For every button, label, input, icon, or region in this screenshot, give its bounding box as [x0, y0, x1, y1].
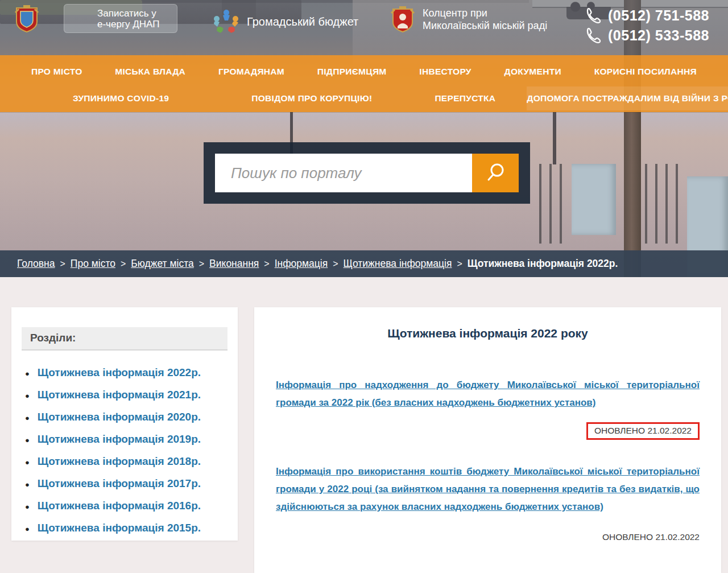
breadcrumb-current: Щотижнева інформація 2022р. [468, 258, 618, 270]
phone-icon [584, 7, 601, 24]
breadcrumb-separator: > [333, 259, 338, 269]
bullet-icon: ● [25, 480, 30, 489]
main-navigation: ПРО МІСТО МІСЬКА ВЛАДА ГРОМАДЯНАМ ПІДПРИ… [0, 55, 728, 112]
phone-number-2[interactable]: (0512) 533-588 [608, 27, 709, 44]
sidebar-title: Розділи: [22, 327, 228, 351]
sidebar-item-2020[interactable]: Щотижнева інформація 2020р. [38, 411, 201, 423]
updated-badge-plain: ОНОВЛЕНО 21.02.2022 [276, 532, 700, 542]
railing-baluster [665, 164, 668, 244]
breadcrumb-vykonannia[interactable]: Виконання [209, 258, 259, 270]
search-icon [484, 162, 507, 184]
list-item: ●Щотижнева інформація 2019р. [25, 433, 228, 446]
breadcrumb: Головна > Про місто > Бюджет міста > Вик… [0, 250, 728, 277]
search-panel [204, 142, 530, 204]
railing-baluster [539, 164, 541, 244]
list-item: ●Щотижнева інформація 2016р. [25, 500, 228, 512]
callcenter-link[interactable]: Колцентр при Миколаївській міській раді [391, 6, 547, 33]
list-item: ●Щотижнева інформація 2021р. [25, 389, 228, 401]
sidebar-item-2019[interactable]: Щотижнева інформація 2019р. [38, 433, 201, 446]
updated-badge-boxed: ОНОВЛЕНО 21.02.2022 [586, 422, 700, 440]
breadcrumb-shchotyzhneva[interactable]: Щотижнева інформація [344, 258, 452, 270]
content-panel: Щотижнева інформація 2022 року Інформаці… [254, 307, 721, 573]
callcenter-label: Колцентр при Миколаївській міській раді [423, 7, 547, 32]
breadcrumb-separator: > [264, 259, 269, 269]
bullet-icon: ● [25, 458, 30, 467]
nav-row-2: ЗУПИНИМО COVID-19 ПОВІДОМ ПРО КОРУПЦІЮ! … [0, 86, 728, 110]
callcenter-emblem-icon [391, 6, 415, 33]
nav-item-pidpryiemtsiam[interactable]: ПІДПРИЄМЦЯМ [317, 67, 387, 77]
bullet-icon: ● [25, 525, 30, 533]
sidebar-item-2022[interactable]: Щотижнева інформація 2022р. [38, 366, 201, 379]
nav-item-zupynymo-covid[interactable]: ЗУПИНИМО COVID-19 [73, 93, 169, 104]
nav-item-dokumenty[interactable]: ДОКУМЕНТИ [504, 67, 561, 77]
breadcrumb-separator: > [457, 259, 462, 269]
breadcrumb-separator: > [121, 259, 126, 269]
breadcrumb-pro-misto[interactable]: Про місто [71, 258, 115, 270]
sidebar-list: ●Щотижнева інформація 2022р. ●Щотижнева … [11, 366, 238, 534]
list-item: ●Щотижнева інформація 2020р. [25, 411, 228, 423]
phone-icon [584, 27, 601, 44]
phone-row: (0512) 751-588 [584, 7, 709, 24]
list-item: ●Щотижнева інформація 2018р. [25, 455, 228, 468]
updated-row: ОНОВЛЕНО 21.02.2022 [276, 422, 700, 440]
search-button[interactable] [472, 154, 519, 192]
list-item: ●Щотижнева інформація 2015р. [25, 522, 228, 534]
breadcrumb-separator: > [60, 259, 65, 269]
public-budget-link[interactable]: Громадський бюджет [213, 8, 358, 35]
phone-number-1[interactable]: (0512) 751-588 [608, 7, 709, 24]
phone-block: (0512) 751-588 (0512) 533-588 [584, 7, 709, 47]
echerha-button-label: Записатись у е-чергу ДНАП [97, 8, 159, 30]
nav-row-1: ПРО МІСТО МІСЬКА ВЛАДА ГРОМАДЯНАМ ПІДПРИ… [0, 60, 728, 84]
nav-item-investoru[interactable]: ІНВЕСТОРУ [419, 67, 471, 77]
nav-item-miska-vlada[interactable]: МІСЬКА ВЛАДА [115, 67, 185, 77]
sidebar-item-2021[interactable]: Щотижнева інформація 2021р. [38, 389, 201, 401]
breadcrumb-informatsiia[interactable]: Інформація [275, 258, 328, 270]
breadcrumb-separator: > [199, 259, 204, 269]
nav-item-povidom-pro-korupciiu[interactable]: ПОВІДОМ ПРО КОРУПЦІЮ! [251, 93, 372, 104]
bullet-icon: ● [25, 502, 30, 511]
railing-pillar [572, 164, 616, 235]
echerha-logo-icon [69, 7, 93, 31]
sidebar-item-2016[interactable]: Щотижнева інформація 2016р. [38, 500, 201, 512]
page: Записатись у е-чергу ДНАП Громадський бю… [0, 0, 728, 573]
nav-item-dopomoha-postrazhdalym[interactable]: ДОПОМОГА ПОСТРАЖДАЛИМ ВІД ВІЙНИ З РФ [527, 86, 728, 110]
breadcrumb-holovna[interactable]: Головна [17, 258, 55, 270]
city-coat-of-arms [14, 5, 39, 33]
bullet-icon: ● [25, 436, 30, 444]
article-link-expenditures[interactable]: Інформація про використання коштів бюдже… [276, 463, 700, 516]
railing-baluster [676, 164, 678, 244]
phone-row: (0512) 533-588 [584, 27, 709, 44]
breadcrumb-biudzhet-mista[interactable]: Бюджет міста [131, 258, 193, 270]
railing-baluster [655, 164, 657, 244]
nav-item-pro-misto[interactable]: ПРО МІСТО [31, 67, 82, 77]
page-title: Щотижнева інформація 2022 року [276, 327, 700, 340]
nav-item-korysni-posylannia[interactable]: КОРИСНІ ПОСИЛАННЯ [594, 67, 697, 77]
nav-item-hromadianam[interactable]: ГРОМАДЯНАМ [218, 67, 284, 77]
list-item: ●Щотижнева інформація 2022р. [25, 366, 228, 379]
lamp-post [553, 112, 556, 164]
echerha-button[interactable]: Записатись у е-чергу ДНАП [64, 4, 177, 33]
sidebar-item-2015[interactable]: Щотижнева інформація 2015р. [38, 522, 201, 534]
public-budget-icon [213, 8, 240, 35]
sections-sidebar: Розділи: ●Щотижнева інформація 2022р. ●Щ… [11, 307, 238, 541]
nav-item-perepustka[interactable]: ПЕРЕПУСТКА [435, 93, 495, 104]
top-header: Записатись у е-чергу ДНАП Громадський бю… [0, 0, 728, 55]
list-item: ●Щотижнева інформація 2017р. [25, 477, 228, 490]
bullet-icon: ● [25, 414, 30, 422]
search-input[interactable] [215, 154, 472, 192]
sidebar-item-2017[interactable]: Щотижнева інформація 2017р. [38, 477, 201, 490]
public-budget-label: Громадський бюджет [247, 15, 358, 28]
article-link-revenues[interactable]: Інформація про надходження до бюджету Ми… [276, 376, 700, 411]
bullet-icon: ● [25, 369, 30, 378]
railing-baluster [560, 164, 562, 244]
railing-baluster [645, 164, 647, 244]
sidebar-item-2018[interactable]: Щотижнева інформація 2018р. [38, 455, 201, 468]
bullet-icon: ● [25, 391, 30, 400]
railing-baluster [549, 164, 552, 244]
